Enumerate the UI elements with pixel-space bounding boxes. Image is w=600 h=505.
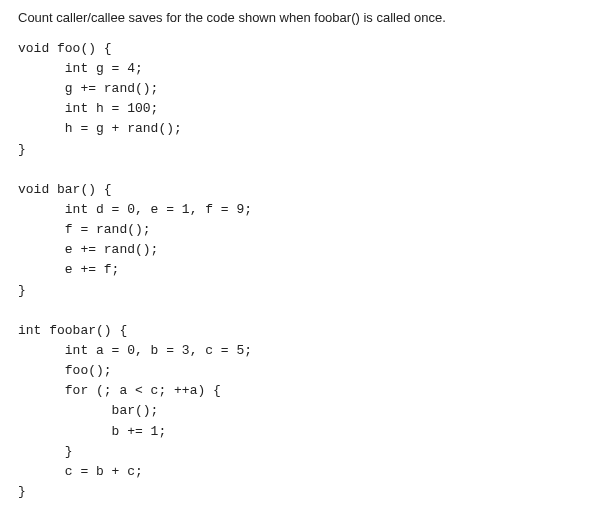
code-listing: void foo() { int g = 4; g += rand(); int… bbox=[18, 39, 582, 502]
question-prompt: Count caller/callee saves for the code s… bbox=[18, 10, 582, 27]
